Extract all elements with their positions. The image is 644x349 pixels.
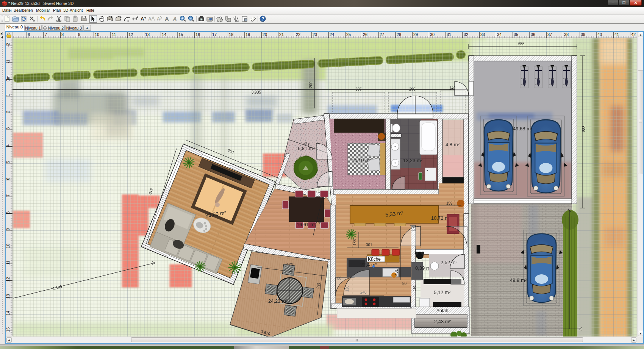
svg-text:33: 33 bbox=[480, 32, 485, 37]
svg-text:15: 15 bbox=[6, 327, 10, 332]
svg-text:14: 14 bbox=[6, 311, 10, 315]
svg-text:17: 17 bbox=[212, 32, 217, 37]
svg-text:3.935: 3.935 bbox=[252, 90, 261, 94]
svg-text:188: 188 bbox=[353, 239, 357, 246]
svg-text:5,12 m²: 5,12 m² bbox=[434, 290, 451, 295]
svg-text:14: 14 bbox=[162, 32, 166, 37]
svg-text:13: 13 bbox=[6, 294, 10, 299]
svg-text:2,43 m²: 2,43 m² bbox=[434, 319, 451, 324]
svg-text:883: 883 bbox=[582, 125, 586, 132]
svg-text:37: 37 bbox=[547, 32, 552, 37]
svg-text:49,68 m²: 49,68 m² bbox=[513, 126, 533, 131]
svg-text:38: 38 bbox=[564, 32, 569, 37]
svg-text:19: 19 bbox=[245, 32, 250, 37]
svg-text:Abfall: Abfall bbox=[436, 308, 448, 313]
svg-text:6,81 m²: 6,81 m² bbox=[298, 146, 315, 151]
svg-text:28: 28 bbox=[397, 32, 401, 37]
svg-text:36: 36 bbox=[531, 32, 535, 37]
svg-text:10: 10 bbox=[95, 32, 99, 37]
svg-text:21: 21 bbox=[279, 32, 284, 37]
svg-text:14,19 m²: 14,19 m² bbox=[352, 158, 371, 163]
svg-text:31: 31 bbox=[447, 32, 451, 37]
svg-text:A: A bbox=[165, 16, 169, 22]
svg-text:A: A bbox=[157, 16, 160, 22]
svg-text:5: 5 bbox=[6, 161, 10, 163]
svg-text:A: A bbox=[172, 16, 177, 22]
svg-text:159: 159 bbox=[446, 201, 453, 205]
svg-text:481: 481 bbox=[394, 269, 399, 275]
svg-text:10: 10 bbox=[6, 244, 10, 248]
svg-text:40: 40 bbox=[597, 32, 602, 37]
svg-text:24,23 m²: 24,23 m² bbox=[268, 298, 288, 304]
svg-text:307: 307 bbox=[355, 87, 362, 91]
svg-text:3: 3 bbox=[6, 127, 10, 130]
svg-text:26: 26 bbox=[363, 32, 367, 37]
svg-text:13,23 m²: 13,23 m² bbox=[403, 158, 423, 163]
svg-text:30: 30 bbox=[430, 32, 435, 37]
svg-text:22: 22 bbox=[296, 32, 300, 37]
svg-text:16: 16 bbox=[195, 32, 200, 37]
svg-text:18: 18 bbox=[229, 32, 233, 37]
svg-text:A: A bbox=[141, 16, 144, 22]
svg-text:9: 9 bbox=[78, 32, 80, 37]
svg-text:200: 200 bbox=[309, 81, 313, 88]
svg-text:39: 39 bbox=[581, 32, 585, 37]
svg-text:27: 27 bbox=[380, 32, 384, 37]
svg-text:8: 8 bbox=[6, 211, 10, 214]
svg-text:6: 6 bbox=[28, 32, 30, 37]
svg-text:12: 12 bbox=[128, 32, 133, 37]
svg-text:8: 8 bbox=[61, 32, 64, 37]
svg-text:42: 42 bbox=[631, 32, 636, 37]
svg-text:15: 15 bbox=[178, 32, 183, 37]
svg-text:80: 80 bbox=[402, 282, 407, 286]
svg-text:23: 23 bbox=[313, 32, 317, 37]
svg-text:-2: -2 bbox=[6, 43, 10, 47]
svg-text:32: 32 bbox=[464, 32, 468, 37]
svg-text:29: 29 bbox=[413, 32, 418, 37]
svg-text:41: 41 bbox=[614, 32, 619, 37]
svg-text:6: 6 bbox=[6, 178, 10, 180]
svg-text:25: 25 bbox=[346, 32, 351, 37]
svg-text:?: ? bbox=[261, 16, 264, 22]
svg-text:A: A bbox=[148, 16, 152, 22]
svg-text:9: 9 bbox=[6, 228, 10, 230]
svg-text:301: 301 bbox=[366, 243, 372, 247]
svg-text:22,4 m²: 22,4 m² bbox=[360, 262, 377, 268]
svg-text:12: 12 bbox=[6, 277, 10, 282]
svg-text:Küche: Küche bbox=[368, 257, 381, 262]
svg-text:655: 655 bbox=[518, 42, 525, 46]
svg-text:24: 24 bbox=[330, 32, 334, 37]
svg-text:4,8 m²: 4,8 m² bbox=[445, 142, 460, 147]
svg-text:1: 1 bbox=[6, 94, 10, 96]
svg-text:2: 2 bbox=[6, 111, 10, 113]
svg-text:7: 7 bbox=[6, 194, 10, 197]
svg-text:290: 290 bbox=[409, 87, 416, 91]
svg-text:13: 13 bbox=[145, 32, 150, 37]
svg-text:35: 35 bbox=[514, 32, 518, 37]
svg-text:7: 7 bbox=[45, 32, 47, 37]
svg-text:11: 11 bbox=[6, 260, 10, 264]
svg-text:16,61 m²: 16,61 m² bbox=[297, 222, 316, 227]
svg-text:11: 11 bbox=[112, 32, 116, 37]
svg-text:192: 192 bbox=[413, 285, 416, 291]
svg-text:0m: 0m bbox=[6, 75, 10, 81]
svg-text:34: 34 bbox=[497, 32, 502, 37]
svg-text:-1: -1 bbox=[6, 59, 10, 63]
svg-text:20: 20 bbox=[263, 32, 267, 37]
svg-text:49,9 m²: 49,9 m² bbox=[510, 277, 527, 283]
svg-text:4: 4 bbox=[6, 144, 10, 147]
